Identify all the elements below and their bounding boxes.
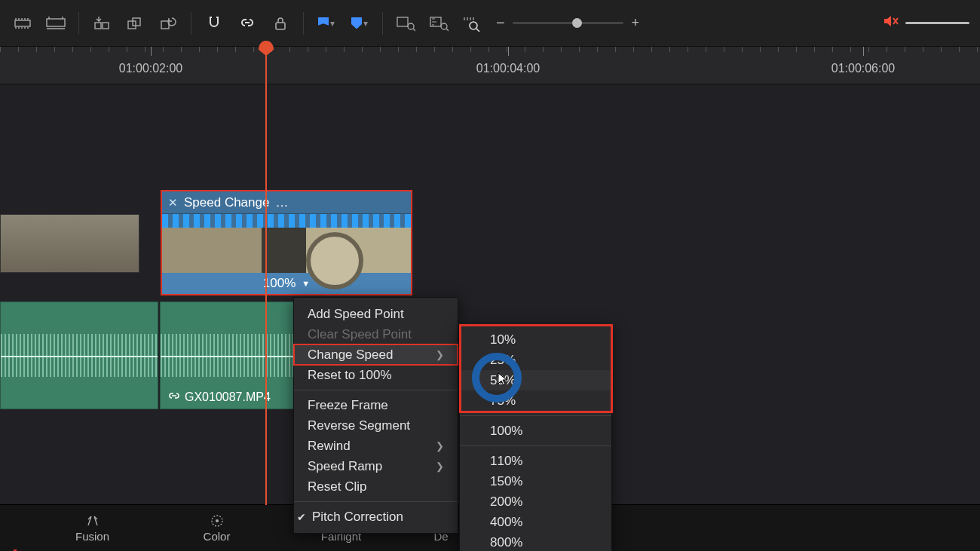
- submenu-item-150[interactable]: 150%: [460, 471, 611, 491]
- playhead[interactable]: [265, 47, 267, 505]
- clip-title-ellipsis: …: [275, 195, 288, 210]
- zoom-full-button[interactable]: [422, 7, 455, 40]
- svg-rect-2: [95, 23, 101, 29]
- audio-clip-prev[interactable]: [0, 302, 158, 409]
- timeline-toolbar: ▾ ▾ − +: [0, 0, 980, 47]
- submenu-item-400[interactable]: 400%: [460, 512, 611, 532]
- zoom-slider[interactable]: − +: [496, 14, 639, 32]
- submenu-item-75[interactable]: 75%: [460, 390, 611, 411]
- clip-title: Speed Change: [184, 195, 269, 210]
- svg-rect-4: [128, 21, 136, 29]
- zoom-in-button[interactable]: +: [631, 15, 639, 31]
- shield-marker-button[interactable]: ▾: [343, 7, 376, 40]
- zoom-out-button[interactable]: −: [496, 14, 505, 32]
- insert-mode-button[interactable]: [85, 7, 118, 40]
- svg-rect-7: [276, 23, 285, 29]
- page-fusion[interactable]: Fusion: [30, 505, 155, 551]
- submenu-item-800[interactable]: 800%: [460, 532, 611, 551]
- svg-rect-5: [133, 18, 140, 26]
- svg-point-12: [470, 22, 477, 29]
- link-button[interactable]: [231, 7, 264, 40]
- menu-clear-speed-point: Clear Speed Point: [294, 324, 458, 344]
- submenu-item-10[interactable]: 10%: [460, 329, 611, 350]
- audio-clip-name: GX010087.MP4: [168, 390, 271, 404]
- menu-speed-ramp[interactable]: Speed Ramp❯: [294, 456, 458, 476]
- svg-rect-0: [15, 20, 30, 26]
- chevron-down-icon: ▾: [330, 18, 335, 29]
- flag-icon: [318, 17, 329, 29]
- lock-button[interactable]: [264, 7, 297, 40]
- chevron-right-icon: ❯: [436, 440, 444, 452]
- menu-reset-clip[interactable]: Reset Clip: [294, 476, 458, 497]
- submenu-item-200[interactable]: 200%: [460, 491, 611, 512]
- chevron-right-icon: ❯: [436, 349, 444, 360]
- svg-point-11: [441, 23, 447, 29]
- submenu-item-100[interactable]: 100%: [460, 421, 611, 441]
- svg-point-14: [216, 519, 219, 522]
- submenu-item-50[interactable]: 50%: [460, 370, 611, 390]
- clip-title-bar: ✕ Speed Change …: [162, 191, 411, 214]
- ruler-timestamp: 01:00:04:00: [476, 62, 541, 75]
- zoom-custom-button[interactable]: [455, 7, 488, 40]
- menu-reverse-segment[interactable]: Reverse Segment: [294, 415, 458, 436]
- link-icon: [168, 390, 180, 404]
- submenu-item-25[interactable]: 25%: [460, 350, 611, 370]
- zoom-detail-button[interactable]: [389, 7, 422, 40]
- video-clip-prev[interactable]: [0, 214, 139, 273]
- speed-value: 100%: [263, 276, 296, 291]
- ruler-timestamp: 01:00:06:00: [831, 62, 896, 75]
- page-color[interactable]: Color: [155, 505, 279, 551]
- menu-pitch-correction[interactable]: ✔Pitch Correction: [294, 507, 458, 527]
- change-speed-submenu: 10%25%50%75%100%110%150%200%400%800%: [459, 324, 612, 551]
- check-icon: ✔: [297, 511, 306, 523]
- menu-freeze-frame[interactable]: Freeze Frame: [294, 395, 458, 415]
- chevron-right-icon: ❯: [436, 461, 444, 472]
- speed-context-menu: Add Speed Point Clear Speed Point Change…: [293, 297, 458, 534]
- close-icon[interactable]: ✕: [168, 196, 178, 210]
- zoom-track[interactable]: [513, 22, 624, 24]
- clip-thumbnail: [162, 228, 411, 273]
- video-clip-speed-change[interactable]: ✕ Speed Change … 100% ▼: [161, 190, 412, 295]
- chevron-down-icon: ▾: [363, 18, 368, 29]
- menu-reset-100[interactable]: Reset to 100%: [294, 365, 458, 385]
- svg-rect-1: [47, 19, 65, 26]
- svg-rect-8: [397, 17, 408, 26]
- zoom-knob[interactable]: [572, 18, 582, 28]
- chevron-down-icon: ▼: [302, 279, 310, 288]
- menu-change-speed[interactable]: Change Speed❯: [294, 344, 458, 365]
- svg-rect-3: [103, 23, 109, 29]
- mute-icon[interactable]: [883, 14, 899, 32]
- ruler-timestamp: 01:00:02:00: [119, 62, 183, 75]
- svg-point-9: [408, 23, 414, 29]
- page-label: Color: [204, 530, 231, 543]
- volume-slider[interactable]: [905, 22, 969, 24]
- timeline-ruler[interactable]: 01:00:02:0001:00:04:0001:00:06:00: [0, 47, 980, 84]
- shield-icon: [351, 17, 362, 29]
- flag-marker-button[interactable]: ▾: [310, 7, 343, 40]
- menu-add-speed-point[interactable]: Add Speed Point: [294, 304, 458, 324]
- page-label: Fusion: [75, 530, 109, 543]
- stacked-view-button[interactable]: [39, 7, 72, 40]
- speed-arrow-strip: [162, 214, 411, 228]
- replace-mode-button[interactable]: [152, 7, 185, 40]
- snap-button[interactable]: [198, 7, 231, 40]
- menu-rewind[interactable]: Rewind❯: [294, 436, 458, 456]
- speed-indicator-bar[interactable]: 100% ▼: [162, 273, 411, 294]
- timeline-view-button[interactable]: [6, 7, 39, 40]
- overwrite-mode-button[interactable]: [118, 7, 152, 40]
- page-edit-indicator[interactable]: [0, 505, 30, 551]
- video-track: ✕ Speed Change … 100% ▼: [0, 190, 980, 295]
- submenu-item-110[interactable]: 110%: [460, 451, 611, 471]
